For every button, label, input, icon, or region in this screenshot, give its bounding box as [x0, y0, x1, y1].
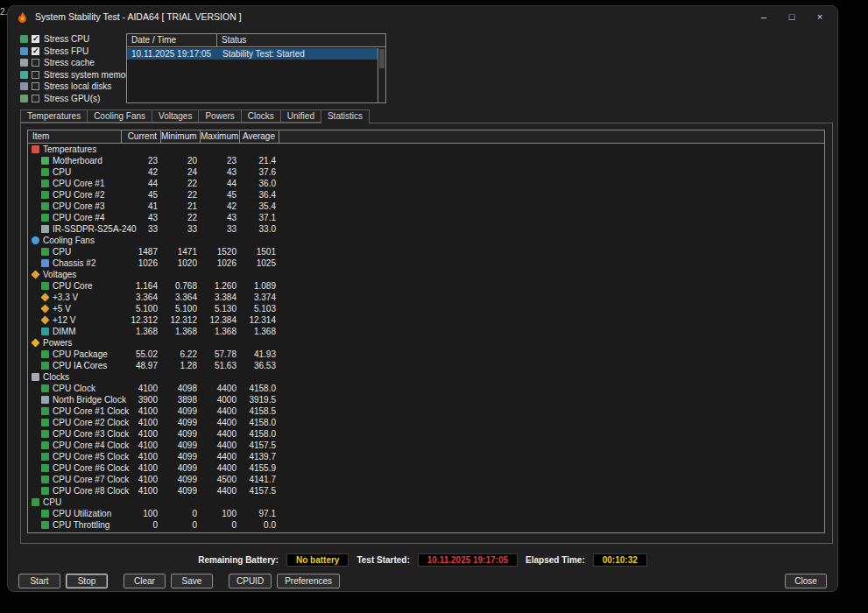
checkbox[interactable]: [32, 82, 39, 90]
start-button[interactable]: Start: [18, 574, 60, 588]
clear-button[interactable]: Clear: [123, 574, 166, 588]
stats-minimum-value: 24: [161, 166, 201, 178]
tab[interactable]: Statistics: [321, 109, 370, 123]
stats-row[interactable]: CPU Core #4 Clock 4100 4099 4400 4157.5: [28, 440, 824, 451]
chassis-fan-icon: [41, 259, 49, 267]
stats-item-label: Cooling Fans: [43, 235, 95, 246]
stats-row[interactable]: Temperatures: [28, 144, 824, 155]
stats-maximum-value: 5.130: [201, 303, 240, 314]
stats-row[interactable]: CPU Core #5 Clock 4100 4099 4400 4139.7: [28, 451, 824, 462]
stats-row[interactable]: North Bridge Clock 3900 3898 4000 3919.5: [28, 394, 824, 405]
stats-maximum-value: 4400: [201, 405, 240, 417]
stats-row[interactable]: CPU Core #8 Clock 4100 4099 4400 4157.5: [28, 485, 824, 497]
tab[interactable]: Clocks: [241, 109, 281, 123]
tab[interactable]: Temperatures: [20, 109, 88, 123]
column-item[interactable]: Item: [28, 130, 122, 143]
stats-row[interactable]: +5 V 5.100 5.100 5.130 5.103: [28, 303, 824, 314]
stats-row[interactable]: CPU Utilization 100 0 100 97.1: [28, 508, 824, 519]
log-column-status[interactable]: Status: [217, 34, 385, 46]
stats-row[interactable]: CPU Core #1 44 22 44 36.0: [28, 178, 824, 189]
tab[interactable]: Cooling Fans: [87, 109, 152, 123]
save-button[interactable]: Save: [171, 574, 213, 588]
stress-option-label: Stress FPU: [44, 46, 88, 56]
stats-row[interactable]: Powers: [28, 337, 824, 349]
stats-row[interactable]: Cooling Fans: [28, 235, 824, 246]
close-icon[interactable]: ×: [806, 6, 834, 27]
stats-row[interactable]: CPU Core #4 43 22 43 37.1: [28, 212, 824, 223]
cache-stress-icon: [20, 59, 28, 67]
stats-item-label: +12 V: [53, 314, 75, 326]
stats-item-cell: CPU Core #1 Clock: [28, 405, 122, 417]
stats-row[interactable]: DIMM 1.368 1.368 1.368 1.368: [28, 326, 824, 337]
stats-maximum-value: 33: [201, 223, 240, 235]
preferences-button[interactable]: Preferences: [277, 574, 340, 588]
title-bar[interactable]: System Stability Test - AIDA64 [ TRIAL V…: [8, 6, 837, 27]
stress-option[interactable]: Stress CPU: [20, 33, 133, 46]
stats-row[interactable]: CPU Core #3 Clock 4100 4099 4400 4158.0: [28, 428, 824, 440]
column-maximum[interactable]: Maximum: [201, 130, 240, 143]
stats-row[interactable]: CPU Core 1.164 0.768 1.260 1.089: [28, 280, 824, 292]
stats-row[interactable]: Clocks: [28, 371, 824, 383]
remaining-battery-label: Remaining Battery:: [198, 555, 279, 565]
stats-row[interactable]: +12 V 12.312 12.312 12.384 12.314: [28, 314, 824, 326]
stats-row[interactable]: CPU Core #3 41 21 42 35.4: [28, 201, 824, 212]
stop-button[interactable]: Stop: [66, 574, 108, 588]
stats-row[interactable]: CPU: [28, 497, 824, 508]
checkbox[interactable]: [32, 95, 39, 102]
checkbox[interactable]: [32, 71, 39, 79]
stats-minimum-value: 6.22: [161, 349, 201, 360]
stats-item-cell: CPU Clock: [28, 383, 122, 394]
stats-current-value: 1.164: [122, 280, 161, 292]
stats-row[interactable]: CPU 42 24 43 37.6: [28, 166, 824, 178]
checkbox[interactable]: [32, 35, 39, 43]
stats-item-cell: Cooling Fans: [28, 235, 122, 246]
column-minimum[interactable]: Minimum: [161, 130, 201, 143]
checkbox[interactable]: [32, 47, 39, 55]
stats-row[interactable]: IR-SSDPR-S25A-240 33 33 33 33.0: [28, 223, 824, 235]
stats-row[interactable]: Chassis #2 1026 1020 1026 1025: [28, 257, 824, 269]
stats-row[interactable]: +3.3 V 3.364 3.364 3.384 3.374: [28, 292, 824, 303]
stats-row[interactable]: Voltages: [28, 269, 824, 280]
stress-option[interactable]: Stress cache: [20, 57, 133, 69]
stress-option[interactable]: Stress local disks: [20, 81, 133, 93]
column-current[interactable]: Current: [122, 130, 161, 143]
tab[interactable]: Unified: [280, 109, 321, 123]
stats-row[interactable]: CPU 1487 1471 1520 1501: [28, 246, 824, 257]
stats-average-value: 37.6: [240, 166, 279, 178]
tab[interactable]: Powers: [198, 109, 241, 123]
stats-item-label: CPU Core #5 Clock: [53, 451, 129, 462]
minimize-button[interactable]: –: [750, 6, 778, 27]
tab[interactable]: Voltages: [152, 109, 199, 123]
stats-row[interactable]: CPU IA Cores 48.97 1.28 51.63 36.53: [28, 360, 824, 371]
close-button[interactable]: Close: [785, 574, 827, 588]
stress-option[interactable]: Stress FPU: [20, 46, 133, 58]
cpu-core-icon: [41, 214, 49, 222]
stats-row[interactable]: CPU Core #2 Clock 4100 4099 4400 4158.0: [28, 417, 824, 428]
checkbox[interactable]: [32, 59, 39, 67]
column-average[interactable]: Average: [240, 130, 279, 143]
cpuid-button[interactable]: CPUID: [229, 574, 272, 588]
stats-row[interactable]: CPU Core #6 Clock 4100 4099 4400 4155.9: [28, 462, 824, 474]
stats-current-value: 41: [122, 201, 161, 212]
event-log-table: Date / Time Status 10.11.2025 19:17:05 S…: [126, 33, 386, 103]
log-row[interactable]: 10.11.2025 19:17:05 Stability Test: Star…: [127, 48, 378, 60]
stats-row[interactable]: CPU Core #2 45 22 45 36.4: [28, 189, 824, 201]
log-column-datetime[interactable]: Date / Time: [127, 34, 217, 46]
stats-maximum-value: 4400: [201, 462, 240, 474]
stats-row[interactable]: CPU Core #1 Clock 4100 4099 4400 4158.5: [28, 405, 824, 417]
window-title: System Stability Test - AIDA64 [ TRIAL V…: [35, 11, 242, 22]
stats-row[interactable]: Motherboard 23 20 23 21.4: [28, 155, 824, 166]
log-scrollbar-thumb[interactable]: [379, 49, 385, 68]
stress-option[interactable]: Stress GPU(s): [20, 93, 133, 105]
maximize-button[interactable]: □: [778, 6, 806, 27]
stats-minimum-value: 4099: [161, 405, 201, 417]
stats-row[interactable]: CPU Package 55.02 6.22 57.78 41.93: [28, 349, 824, 360]
log-scrollbar[interactable]: [378, 48, 385, 102]
stats-minimum-value: 22: [161, 178, 201, 189]
stats-maximum-value: 12.384: [201, 314, 240, 326]
stats-row[interactable]: CPU Core #7 Clock 4100 4099 4500 4141.7: [28, 474, 824, 485]
stats-item-label: +3.3 V: [53, 292, 78, 303]
stats-row[interactable]: CPU Throttling 0 0 0 0.0: [28, 519, 824, 531]
stress-option[interactable]: Stress system memory: [20, 69, 133, 81]
stats-row[interactable]: CPU Clock 4100 4098 4400 4158.0: [28, 383, 824, 394]
